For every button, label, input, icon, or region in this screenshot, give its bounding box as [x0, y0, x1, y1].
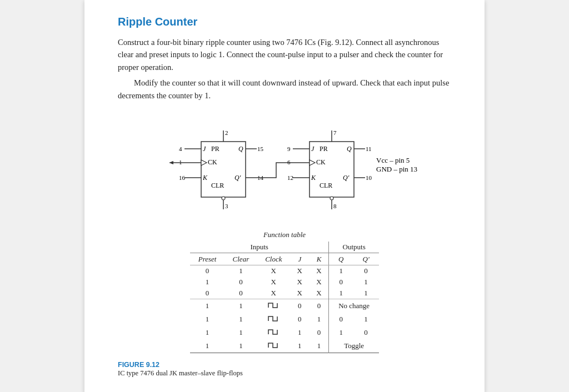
- ic2-pin8-label: 8: [333, 203, 337, 209]
- function-table: Inputs Outputs Preset Clear Clock J K Q …: [190, 242, 379, 353]
- col-k: K: [310, 253, 329, 265]
- ic2-pin10-label: 10: [366, 174, 372, 181]
- figure-caption-text: IC type 7476 dual JK master–slave flip-f…: [118, 369, 243, 377]
- col-j: J: [290, 253, 310, 265]
- outputs-header: Outputs: [329, 242, 379, 253]
- table-row: 11 11 Toggle: [190, 339, 379, 353]
- ic2-pin12-label: 12: [287, 174, 293, 181]
- ic1-pin4-label: 4: [179, 145, 182, 152]
- ic1-ck-label: CK: [208, 158, 217, 166]
- table-row: 00XXX 11: [190, 288, 379, 299]
- ic1-pr-label: PR: [211, 145, 219, 153]
- ic1-pin3-label: 3: [225, 203, 228, 209]
- page: Ripple Counter Construct a four-bit bina…: [84, 0, 485, 392]
- paragraph2: Modify the counter so that it will count…: [118, 77, 451, 102]
- circuit-diagram: text { font-family: "Times New Roman", s…: [118, 114, 451, 225]
- ic2-pin7-label: 7: [333, 129, 337, 136]
- col-preset: Preset: [190, 253, 224, 265]
- ic1-pin1: 1: [179, 159, 182, 165]
- clock-rising-icon: [267, 314, 279, 323]
- table-row: 11 01 01: [190, 313, 379, 326]
- svg-point-19: [330, 197, 333, 200]
- ic2-ck-label: CK: [316, 158, 326, 166]
- figure-label: FIGURE 9.12: [118, 361, 159, 369]
- ic1-clr-label: CLR: [211, 182, 224, 189]
- ic2-pin9-label: 9: [287, 145, 291, 152]
- svg-marker-21: [169, 161, 173, 164]
- clock-rising-icon: [267, 300, 279, 309]
- function-table-area: Function table Inputs Outputs Preset Cle…: [118, 230, 451, 353]
- table-row: 01XXX 10: [190, 265, 379, 277]
- ic2-k-label: K: [311, 174, 316, 182]
- ic1-q-label: Q: [238, 145, 243, 153]
- clock-rising-icon: [267, 327, 279, 336]
- col-clear: Clear: [224, 253, 257, 265]
- ic1-k-label: K: [202, 174, 208, 182]
- svg-point-9: [222, 197, 225, 200]
- inputs-header: Inputs: [190, 242, 329, 253]
- ic1-pin2-label: 2: [225, 129, 228, 136]
- ic2-clr-label: CLR: [320, 182, 332, 189]
- paragraph1: Construct a four-bit binary ripple count…: [118, 36, 451, 73]
- ic2-qprime-label: Q': [343, 174, 350, 182]
- ic1-pin15-label: 15: [257, 145, 264, 152]
- col-q: Q: [329, 253, 353, 265]
- ic2-pin6-label: 6: [287, 159, 291, 165]
- ic2-j-label: J: [311, 145, 315, 153]
- page-title: Ripple Counter: [118, 16, 451, 28]
- ic2-q-label: Q: [347, 145, 352, 153]
- ic2-pr-label: PR: [320, 145, 328, 153]
- circuit-svg: text { font-family: "Times New Roman", s…: [146, 114, 423, 225]
- ic1-j-label: J: [203, 145, 206, 153]
- table-row: 10XXX 01: [190, 277, 379, 288]
- clock-rising-icon: [267, 340, 279, 349]
- ic2-pin11-label: 11: [366, 145, 372, 152]
- table-row: 11 10 10: [190, 326, 379, 339]
- col-qprime: Q': [353, 253, 379, 265]
- table-row: 11 00 No change: [190, 299, 379, 313]
- function-table-title: Function table: [263, 230, 306, 239]
- ic1-pin16-label: 16: [179, 174, 186, 181]
- ic1-qprime-label: Q': [234, 174, 241, 182]
- gnd-label: GND – pin 13: [376, 165, 417, 173]
- vcc-label: Vcc – pin 5: [376, 156, 410, 164]
- figure-caption: FIGURE 9.12 IC type 7476 dual JK master–…: [118, 361, 451, 378]
- col-clock: Clock: [257, 253, 290, 265]
